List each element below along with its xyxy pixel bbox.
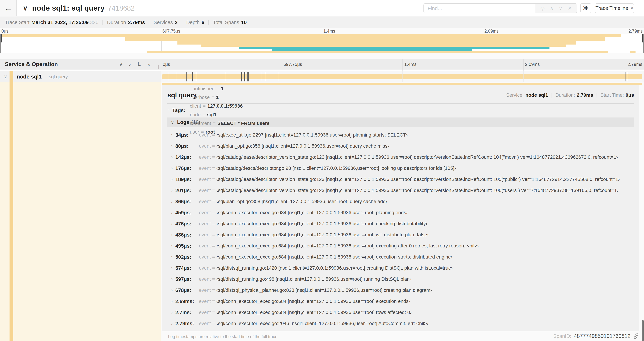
divider [102,20,103,25]
meta-label: Total Spans [213,20,239,25]
log-entry-row[interactable]: ›678μs:event=‹sql/distsql_physical_plann… [168,285,634,296]
locate-icon[interactable]: ◎ [540,5,544,11]
log-entry-row[interactable]: ›189μs:event=‹sql/catalog/lease/descript… [168,174,634,185]
meta-value: 2 [175,20,178,25]
log-marker-tick [197,72,197,82]
log-timestamp: 176μs: [175,165,199,171]
tags-label: Tags: [172,108,185,113]
timeline-gridline [523,59,524,71]
keyboard-shortcuts-button[interactable]: ⌘ [580,3,591,13]
tag-key: client [190,103,201,109]
span-color-accent [10,71,13,82]
chevron-down-icon: ∨ [171,120,174,125]
minimap-span-bar [201,45,566,47]
tag-value: 1 [221,86,224,92]
log-entry-row[interactable]: ›476μs:event=‹sql/conn_executor_exec.go:… [168,218,634,229]
chevron-right-icon: › [168,254,175,259]
chevron-down-icon[interactable]: ∨ [559,5,562,11]
collapse-one-icon[interactable]: ∨ [119,61,123,67]
view-selector-label: Trace Timeline [596,5,628,11]
minimap-tick-labels: 0μs697.75μs1.4ms2.09ms2.79ms [0,28,644,34]
log-timestamp: 486μs: [175,232,199,238]
equals-sign: = [212,199,215,204]
chevron-right-icon: › [168,221,175,226]
log-entry-row[interactable]: ›366μs:event=‹sql/plan_opt.go:358 [nsql1… [168,196,634,207]
log-entry-row[interactable]: ›502μs:event=‹sql/conn_executor_exec.go:… [168,251,634,262]
minimap-span-bar [147,51,608,53]
timeline-gridline [402,59,403,71]
collapse-all-chevron-icon[interactable]: ∨ [23,4,28,12]
equals-sign: = [212,154,215,160]
equals-sign: = [212,254,215,260]
log-field-key: event [199,310,211,315]
timeline-grid-header: Service & Operation ∨›⇊» || 0μs697.75μs1… [0,59,644,70]
minimap-canvas[interactable] [0,34,644,53]
log-field-value: ‹sql/catalog/descs/descriptor.go:98 [nsq… [216,165,456,171]
chevron-up-icon[interactable]: ∧ [550,5,554,11]
span-operation-name: sql query [49,74,68,79]
find-input[interactable] [424,3,535,13]
back-button[interactable]: ← [0,0,16,16]
back-arrow-icon: ← [4,4,12,13]
log-field-value: ‹sql/distsql_physical_planner.go:828 [ns… [216,287,432,293]
service-operation-title: Service & Operation [5,61,58,67]
collapse-all-icon[interactable]: ⇊ [137,61,141,67]
log-timestamp: 201μs: [175,188,199,193]
log-field-value: ‹sql/conn_executor_exec.go:684 [nsql1,cl… [216,243,479,249]
span-detail-strip [162,83,642,85]
log-entry-row[interactable]: ›2.7ms:event=‹sql/conn_executor_exec.go:… [168,307,634,318]
expand-collapse-controls: ∨›⇊» [119,59,150,70]
log-entry-row[interactable]: ›459μs:event=‹sql/conn_executor_exec.go:… [168,207,634,218]
log-field-key: event [199,132,211,138]
equals-sign: = [212,232,215,238]
log-field-value: ‹sql/conn_executor_exec.go:684 [nsql1,cl… [216,210,408,215]
log-entry-row[interactable]: ›2.69ms:event=‹sql/conn_executor_exec.go… [168,296,634,307]
close-icon[interactable]: ✕ [568,5,572,11]
minimap-span-bar [125,37,605,41]
trace-title-wrap: ∨ node sql1: sql query 7418682 [23,0,135,16]
log-entry-row[interactable]: ›2.79ms:event=‹sql/conn_executor_exec.go… [168,318,634,329]
span-row-timeline[interactable] [161,71,644,82]
log-field-value: ‹sql/conn_executor_exec.go:684 [nsql1,cl… [216,232,429,238]
log-timestamp: 80μs: [175,143,199,149]
equals-sign: = [212,276,215,282]
chevron-down-icon[interactable]: ∨ [4,74,7,80]
divider [208,20,209,25]
log-entry-row[interactable]: ›176μs:event=‹sql/catalog/descs/descript… [168,163,634,174]
log-marker-tick [192,72,193,82]
meta-item: Duration2.79ms [107,20,145,25]
span-row-label[interactable]: ∨ node sql1 sql query [0,71,161,82]
vertical-scrollbar-thumb[interactable] [642,320,644,341]
meta-label: Depth [186,20,200,25]
log-entry-row[interactable]: ›495μs:event=‹sql/conn_executor_exec.go:… [168,240,634,251]
equals-sign: = [212,265,215,271]
tags-accordion[interactable]: › Tags: _unfinished=1_verbose=1client=12… [168,105,634,116]
expand-all-icon[interactable]: » [148,61,150,67]
column-resize-handle[interactable]: || [157,64,160,69]
log-field-value: ‹sql/catalog/lease/descriptor_version_st… [216,154,618,160]
log-entry-row[interactable]: ›142μs:event=‹sql/catalog/lease/descript… [168,152,634,163]
log-field-value: ‹sql/distsql_running.go:1420 [nsql1,clie… [216,265,453,271]
chevron-right-icon: › [168,108,170,113]
log-field-key: event [199,232,211,238]
expand-one-icon[interactable]: › [129,61,131,67]
log-entry-row[interactable]: ›574μs:event=‹sql/distsql_running.go:142… [168,262,634,274]
span-duration-bar[interactable] [162,74,642,79]
range-scrubber-left[interactable] [2,34,2,43]
log-entry-row[interactable]: ›486μs:event=‹sql/conn_executor_exec.go:… [168,229,634,240]
summary-value: 2.79ms [577,92,593,98]
view-selector-button[interactable]: Trace Timeline ∨ [595,3,634,13]
meta-item: Services2 [154,20,178,25]
log-entry-row[interactable]: ›80μs:event=‹sql/plan_opt.go:358 [nsql1,… [168,141,634,152]
log-entry-row[interactable]: ›597μs:event=‹sql/distsql_running.go:498… [168,274,634,285]
span-id-value: 4877749850101760812 [574,333,630,339]
range-scrubber-right[interactable] [642,34,642,43]
log-field-key: event [199,210,211,215]
log-entry-row[interactable]: ›201μs:event=‹sql/catalog/lease/descript… [168,185,634,196]
tag-item: node=sql1 [190,112,270,118]
minimap-tick-label: 697.75μs [162,29,180,34]
log-timestamp: 142μs: [175,154,199,160]
link-icon[interactable] [633,333,639,339]
span-row: ∨ node sql1 sql query [0,71,644,82]
log-timestamp: 2.79ms: [175,321,199,326]
